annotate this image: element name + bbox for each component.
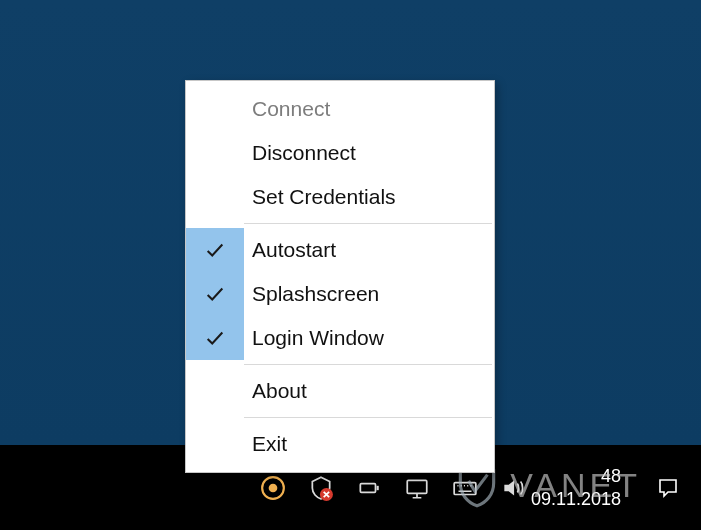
menu-separator <box>244 417 492 418</box>
menu-label: Set Credentials <box>244 185 482 209</box>
tray-app-icon[interactable] <box>260 475 286 501</box>
taskbar-time: 48 <box>601 465 621 488</box>
keyboard-icon[interactable] <box>452 475 478 501</box>
menu-autostart[interactable]: Autostart <box>186 228 494 272</box>
menu-separator <box>244 364 492 365</box>
svg-point-1 <box>269 483 278 492</box>
menu-label: Disconnect <box>244 141 482 165</box>
menu-exit[interactable]: Exit <box>186 422 494 466</box>
menu-check-column <box>186 175 244 219</box>
security-error-icon[interactable] <box>308 475 334 501</box>
check-icon <box>186 228 244 272</box>
check-icon <box>186 316 244 360</box>
menu-check-column <box>186 131 244 175</box>
menu-disconnect[interactable]: Disconnect <box>186 131 494 175</box>
menu-label: Connect <box>244 97 482 121</box>
taskbar-clock[interactable]: 48 09.11.2018 <box>531 445 621 530</box>
menu-set-credentials[interactable]: Set Credentials <box>186 175 494 219</box>
menu-connect: Connect <box>186 87 494 131</box>
menu-label: Splashscreen <box>244 282 482 306</box>
svg-rect-3 <box>360 483 375 492</box>
menu-separator <box>244 223 492 224</box>
menu-splashscreen[interactable]: Splashscreen <box>186 272 494 316</box>
menu-check-column <box>186 87 244 131</box>
volume-icon[interactable] <box>500 475 526 501</box>
menu-label: Login Window <box>244 326 482 350</box>
check-icon <box>186 272 244 316</box>
menu-about[interactable]: About <box>186 369 494 413</box>
svg-rect-6 <box>454 482 476 494</box>
system-tray <box>260 475 526 501</box>
svg-rect-5 <box>407 480 427 493</box>
menu-label: Exit <box>244 432 482 456</box>
menu-login-window[interactable]: Login Window <box>186 316 494 360</box>
taskbar-date: 09.11.2018 <box>531 488 621 511</box>
action-center-icon[interactable] <box>655 475 681 501</box>
network-monitor-icon[interactable] <box>404 475 430 501</box>
svg-rect-4 <box>377 485 379 489</box>
battery-icon[interactable] <box>356 475 382 501</box>
menu-label: Autostart <box>244 238 482 262</box>
tray-context-menu: Connect Disconnect Set Credentials Autos… <box>185 80 495 473</box>
menu-label: About <box>244 379 482 403</box>
menu-check-column <box>186 369 244 413</box>
menu-check-column <box>186 422 244 466</box>
